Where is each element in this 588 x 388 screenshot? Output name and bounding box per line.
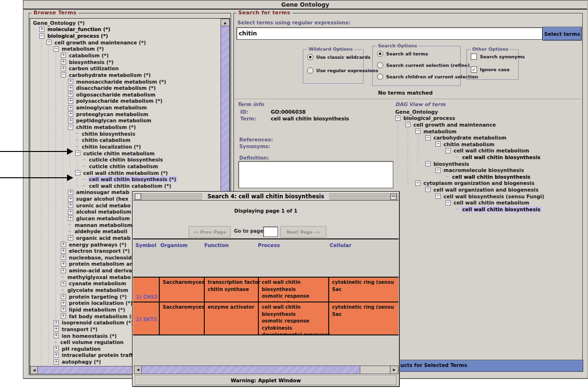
checkbox-checked-icon[interactable]: ✓ [471, 66, 477, 73]
expand-icon[interactable]: + [61, 301, 66, 306]
tree-item[interactable]: +glucan metabolism [68, 215, 131, 222]
close-icon[interactable] [135, 194, 141, 200]
dialog-scroll-right-button[interactable]: ▶ [390, 366, 399, 374]
tree-item[interactable]: +electron transport (*) [61, 248, 131, 254]
tree-item-label[interactable]: cell growth and maintenance (*) [54, 40, 147, 45]
radio-selected-icon[interactable] [307, 54, 313, 60]
tree-item[interactable]: +lipid metabolism (*) [61, 306, 126, 313]
other-option[interactable]: ✓Ignore case [471, 66, 510, 73]
tree-item-label[interactable]: electron transport (*) [68, 248, 131, 254]
tree-item[interactable]: +organic acid metab [68, 235, 132, 241]
goto-page-input[interactable] [263, 226, 278, 237]
tree-item-label[interactable]: aminosugar metab [75, 189, 130, 195]
tree-item[interactable]: +alcohol metabolism [68, 209, 132, 216]
expand-icon[interactable]: + [39, 27, 44, 32]
tree-item-label[interactable]: Gene_Ontology (*) [32, 20, 86, 26]
tree-item[interactable]: chitin localization (*) [75, 143, 142, 150]
tree-item-label[interactable]: uronic acid metabo [75, 203, 132, 208]
expand-icon[interactable]: + [61, 307, 66, 312]
tree-item[interactable]: +aminosugar metab [68, 189, 130, 196]
dialog-title-bar[interactable]: Search 4: cell wall chitin biosynthesis [133, 193, 399, 201]
tree-item[interactable]: +biosynthesis (*) [61, 59, 114, 65]
expand-icon[interactable]: + [68, 209, 73, 215]
expand-icon[interactable]: + [61, 59, 66, 65]
tree-item-label[interactable]: aminoglycan metabolism [75, 105, 148, 110]
tree-item[interactable]: +disaccharide metabolism (*) [68, 85, 157, 91]
tree-item[interactable]: −chitin metabolism (*) [68, 124, 137, 130]
tree-item[interactable]: +intracellular protein traffic [54, 352, 138, 359]
tree-item[interactable]: −cell wall chitin metabolism (*) [75, 170, 169, 176]
tree-item-label[interactable]: nucleobase, nucleoside [68, 255, 136, 260]
tree-item[interactable]: methylglyoxal metabo [61, 274, 132, 280]
tree-item-label[interactable]: oligosaccharide metabolism [75, 92, 156, 97]
radio-icon[interactable] [377, 74, 383, 80]
tree-item-label[interactable]: metabolism (*) [61, 46, 105, 52]
collapse-icon[interactable]: − [46, 40, 52, 45]
radio-icon[interactable] [377, 62, 383, 68]
tree-item[interactable]: +polysaccharide metabolism (*) [68, 98, 164, 105]
tree-item[interactable]: +ion homeostasis (*) [54, 333, 118, 339]
tree-item[interactable]: +aminoglycan metabolism [68, 104, 148, 111]
tree-item[interactable]: +proteoglycan metabolism [68, 111, 149, 118]
tree-item[interactable]: +protein metabolism an [61, 261, 134, 268]
tree-item-label[interactable]: glucan metabolism [75, 216, 131, 221]
tree-item[interactable]: −biological_process (*) [39, 32, 109, 39]
definition-textbox[interactable] [238, 161, 393, 188]
expand-icon[interactable]: + [54, 320, 59, 325]
tree-item-label[interactable]: intracellular protein traffic [61, 352, 138, 358]
expand-icon[interactable]: + [54, 346, 59, 351]
other-option[interactable]: Search synonyms [471, 54, 525, 60]
expand-icon[interactable]: + [68, 98, 73, 104]
tree-item[interactable]: +transport (*) [54, 326, 99, 333]
tree-item-label[interactable]: cell volume regulation [59, 339, 124, 345]
expand-icon[interactable]: + [68, 86, 73, 91]
tree-item-label[interactable]: biological_process (*) [46, 33, 109, 39]
tree-item[interactable]: +catabolism (*) [61, 52, 110, 59]
radio-selected-icon[interactable] [377, 51, 383, 57]
tree-item-label[interactable]: fat body metabolism (s [68, 313, 135, 319]
tree-item-label[interactable]: lipid metabolism (*) [68, 307, 126, 313]
expand-icon[interactable]: + [61, 255, 66, 260]
search-mode-option[interactable]: Search all terms [377, 51, 428, 57]
tree-item-label[interactable]: glycolate metabolism [67, 287, 129, 293]
tree-item-label[interactable]: disaccharide metabolism (*) [75, 85, 157, 91]
tree-item-label[interactable]: cuticle chitin metabolism [82, 151, 155, 156]
tree-item[interactable]: mannan metabolism [68, 222, 133, 228]
tree-item[interactable]: cell wall chitin catabolism (*) [82, 183, 172, 189]
wildcard-option[interactable]: Use classic wildcards [307, 54, 370, 60]
tree-item-label[interactable]: aldehyde metaboli [74, 228, 128, 234]
tree-item[interactable]: −carbohydrate metabolism (*) [61, 72, 152, 78]
window-shade-icon[interactable] [390, 194, 397, 200]
radio-icon[interactable] [307, 67, 313, 74]
tree-item[interactable]: glycolate metabolism [61, 287, 129, 293]
tree-item[interactable]: +nucleobase, nucleoside [61, 254, 136, 261]
tree-item-label[interactable]: catabolism (*) [68, 53, 110, 58]
tree-item[interactable]: +amino-acid and derivat [61, 267, 135, 274]
tree-item-label[interactable]: amino-acid and derivat [68, 268, 135, 273]
tree-item-label[interactable]: protein metabolism an [68, 261, 134, 267]
tree-item-label[interactable]: molecular_function (*) [46, 26, 111, 32]
expand-icon[interactable]: + [61, 281, 66, 286]
tree-item-label[interactable]: sugar alcohol (hex [75, 196, 129, 202]
tree-item-label[interactable]: cell wall chitin catabolism (*) [88, 183, 172, 189]
expand-icon[interactable]: + [68, 105, 73, 110]
tree-item-label[interactable]: ion homeostasis (*) [61, 333, 118, 339]
collapse-icon[interactable]: − [39, 33, 44, 39]
tree-item[interactable]: +peptidoglycan metabolism [68, 118, 152, 124]
dialog-scrollbar-thumb[interactable] [360, 366, 391, 374]
tree-item-label[interactable]: polysaccharide metabolism (*) [75, 98, 164, 104]
tree-item[interactable]: chitin biosynthesis [75, 130, 136, 137]
tree-item[interactable]: cuticle chitin biosynthesis [82, 156, 164, 163]
tree-item-label[interactable]: isoprenoid catabolism (*) [61, 320, 134, 325]
collapse-icon[interactable]: − [68, 125, 73, 130]
tree-item[interactable]: +sugar alcohol (hex [68, 195, 129, 202]
prev-page-button[interactable]: <- Prev Page [189, 226, 231, 237]
expand-icon[interactable]: + [54, 326, 59, 332]
tree-item-label[interactable]: chitin metabolism (*) [75, 124, 137, 130]
collapse-icon[interactable]: − [75, 170, 80, 175]
table-row[interactable]: 2) SKT5Saccharomycesenzyme activatorcell… [133, 302, 399, 335]
tree-item[interactable]: +protein targeting (*) [61, 293, 128, 300]
tree-item[interactable]: +isoprenoid catabolism (*) [54, 319, 134, 326]
expand-icon[interactable]: + [61, 53, 66, 58]
tree-item[interactable]: +autophagy (*) [54, 358, 102, 365]
